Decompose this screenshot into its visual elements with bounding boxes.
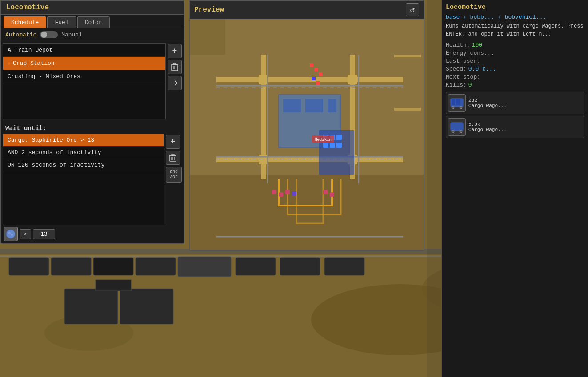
delete-station-button[interactable] [168, 60, 182, 74]
map-svg: Hedikin [190, 19, 424, 250]
svg-rect-63 [330, 192, 334, 197]
list-item[interactable]: Crap Station [3, 57, 165, 70]
mode-toggle[interactable] [40, 31, 58, 38]
wagon-svg-2 [450, 121, 464, 133]
next-stop-row: Next stop: [446, 74, 584, 80]
tab-fuel[interactable]: Fuel [47, 16, 76, 28]
tab-bar: Schedule Fuel Color [1, 15, 184, 28]
and-or-button[interactable]: and/or [166, 167, 182, 183]
trash-icon-2 [169, 153, 177, 162]
svg-rect-39 [259, 75, 268, 84]
next-stop-label: Next stop: [446, 74, 480, 80]
list-item[interactable]: AND 2 seconds of inactivity [3, 147, 164, 159]
svg-rect-73 [394, 55, 421, 57]
svg-rect-62 [323, 190, 328, 194]
info-panel-title: Locomotive [446, 4, 584, 11]
wagon-svg [450, 97, 464, 109]
info-panel: Locomotive base › bobb... › bobvehicl...… [441, 0, 588, 377]
svg-rect-82 [451, 123, 463, 131]
health-label: Health: [446, 42, 470, 48]
preview-title-bar: Preview ↺ [190, 1, 424, 19]
schedule-list: A Train Depot Crap Station Crushing - Mi… [3, 43, 166, 119]
tab-schedule[interactable]: Schedule [4, 16, 46, 28]
list-item[interactable]: Cargo: Saphirite Ore > 13 [3, 134, 164, 147]
svg-rect-12 [280, 258, 320, 275]
svg-rect-79 [456, 99, 460, 105]
wait-list: Cargo: Saphirite Ore > 13 AND 2 seconds … [3, 134, 164, 225]
wait-content: Cargo: Saphirite Ore > 13 AND 2 seconds … [3, 134, 182, 225]
svg-rect-67 [336, 135, 342, 140]
svg-rect-74 [394, 108, 421, 111]
svg-rect-14 [64, 289, 118, 324]
svg-point-33 [11, 234, 13, 236]
svg-rect-69 [330, 143, 335, 148]
svg-rect-15 [120, 289, 173, 324]
preview-reload-button[interactable]: ↺ [406, 3, 419, 16]
svg-text:Hedikin: Hedikin [315, 137, 332, 142]
station-name-1: Crap Station [13, 60, 161, 67]
svg-rect-78 [452, 99, 455, 105]
svg-rect-36 [216, 157, 403, 162]
preview-title: Preview [194, 6, 224, 14]
delete-condition-button[interactable] [166, 151, 180, 165]
schedule-buttons: + [168, 43, 182, 119]
cargo-value-input[interactable]: 13 [33, 229, 55, 239]
svg-rect-55 [319, 72, 322, 76]
manual-label: Manual [61, 32, 82, 38]
svg-rect-61 [292, 191, 296, 196]
list-item[interactable]: OR 120 seconds of inactivity [3, 159, 164, 171]
svg-rect-7 [51, 258, 91, 275]
toggle-knob [41, 32, 47, 38]
svg-rect-10 [178, 257, 231, 277]
ore-icon [5, 229, 16, 239]
svg-point-32 [8, 232, 11, 234]
arrow-button[interactable] [168, 76, 182, 90]
breadcrumb-link[interactable]: base › bobb... › bobvehicl... [446, 14, 546, 20]
list-item[interactable]: A Train Depot [3, 44, 165, 57]
svg-point-80 [452, 106, 454, 109]
svg-rect-16 [96, 280, 131, 291]
arrow-right-icon [171, 80, 179, 86]
wait-section: Wait until: Cargo: Saphirite Ore > 13 AN… [1, 121, 184, 225]
cargo-wagon-item-2[interactable]: 5.0k Cargo wago... [446, 116, 584, 138]
comparator-select[interactable]: > [20, 229, 31, 239]
add-station-button[interactable]: + [168, 44, 182, 58]
automatic-label: Automatic [5, 32, 36, 38]
svg-rect-57 [316, 81, 320, 85]
svg-rect-68 [323, 143, 328, 148]
trash-icon [171, 63, 179, 71]
tab-color[interactable]: Color [77, 16, 110, 28]
mode-bar: Automatic Manual [1, 28, 184, 41]
cargo-count-2: 5.0k Cargo wago... [468, 122, 507, 132]
svg-rect-40 [348, 75, 357, 84]
svg-rect-13 [324, 258, 364, 275]
wait-title: Wait until: [3, 123, 182, 134]
add-condition-button[interactable]: + [166, 135, 180, 149]
cargo-badge-2: 5.0k [468, 122, 507, 127]
svg-rect-56 [312, 77, 316, 80]
svg-point-81 [460, 106, 462, 109]
cargo-label-2: Cargo wago... [468, 127, 507, 132]
station-name-0: A Train Depot [8, 47, 161, 53]
selected-dot [8, 62, 10, 65]
svg-rect-52 [328, 99, 336, 112]
kills-value: 0 [468, 82, 472, 88]
cargo-wagon-section: 232 Cargo wago... 5.0k Cargo wago... [446, 92, 584, 138]
svg-rect-59 [279, 192, 283, 197]
health-row: Health: 100 [446, 42, 584, 48]
cargo-wagon-icon-1 [448, 94, 466, 112]
cargo-count-1: 232 Cargo wago... [468, 98, 507, 108]
preview-panel: Preview ↺ [189, 0, 424, 251]
cargo-wagon-icon-2 [448, 118, 466, 136]
list-item[interactable]: Crushing - Mixed Ores [3, 70, 165, 83]
cargo-ore-icon[interactable] [4, 227, 18, 241]
cargo-wagon-item-1[interactable]: 232 Cargo wago... [446, 92, 584, 114]
svg-rect-70 [336, 143, 342, 148]
cargo-condition-row: > 13 [1, 225, 184, 243]
svg-rect-41 [259, 155, 268, 164]
svg-rect-50 [283, 99, 301, 112]
svg-point-31 [6, 230, 15, 238]
preview-map: Hedikin [190, 19, 424, 250]
locomotive-panel: Locomotive Schedule Fuel Color Automatic… [0, 0, 184, 244]
svg-rect-53 [310, 63, 313, 67]
